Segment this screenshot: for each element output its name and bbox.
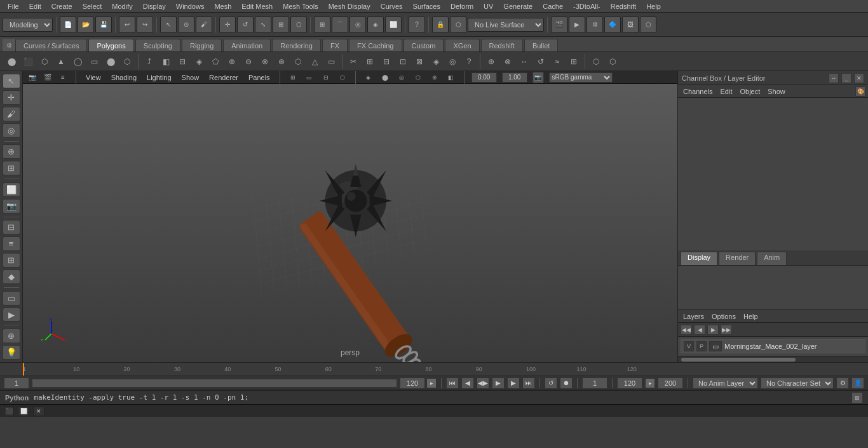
cylinder-icon-btn[interactable]: ⬡ xyxy=(37,54,52,69)
undo-btn[interactable]: ↩ xyxy=(119,17,135,33)
insert-loop-btn[interactable]: ⊟ xyxy=(379,54,394,69)
lights-icon-btn[interactable]: 💡 xyxy=(3,345,20,360)
multi-cut-btn[interactable]: ✂ xyxy=(346,54,361,69)
soft-mod-btn[interactable]: ⬡ xyxy=(290,17,307,33)
menu-deform[interactable]: Deform xyxy=(445,0,478,12)
fps-end-lock[interactable]: ▸ xyxy=(645,378,655,388)
snap-grid-btn[interactable]: ⊞ xyxy=(314,17,330,33)
cb-menu-object[interactable]: Object xyxy=(737,88,763,95)
menu-display[interactable]: Display xyxy=(138,0,171,12)
cb-menu-edit[interactable]: Edit xyxy=(717,88,735,95)
move-btn[interactable]: ✛ xyxy=(219,17,236,33)
tab-fx[interactable]: FX xyxy=(322,39,348,51)
next-frame-btn[interactable]: ▶ xyxy=(507,377,520,389)
cb-menu-channels[interactable]: Channels xyxy=(681,88,715,95)
menu-curves[interactable]: Curves xyxy=(376,0,408,12)
char-set-dropdown[interactable]: No Character Set xyxy=(761,377,834,389)
bevel-btn[interactable]: ◧ xyxy=(158,54,173,69)
menu-help[interactable]: Help xyxy=(641,0,666,12)
layer-p-btn[interactable]: P xyxy=(696,341,707,351)
tab-rendering[interactable]: Rendering xyxy=(272,39,321,51)
panel-header-btn-2[interactable]: _ xyxy=(841,73,851,83)
playback-settings-btn[interactable]: ⚙ xyxy=(836,377,849,389)
cb-tab-display[interactable]: Display xyxy=(681,252,717,265)
plane-icon-btn[interactable]: ▭ xyxy=(86,54,102,69)
ipr-btn[interactable]: ▶ xyxy=(569,17,585,33)
question-icon-btn[interactable]: ? xyxy=(461,54,477,69)
skip-to-end-btn[interactable]: ⏭ xyxy=(522,377,535,389)
cam-tools-btn[interactable]: 📷 xyxy=(3,199,20,214)
play-back-btn[interactable]: ◀▶ xyxy=(477,377,489,389)
universal-manip-btn[interactable]: ⊞ xyxy=(273,17,289,33)
lock-btn[interactable]: 🔒 xyxy=(432,17,449,33)
vp-tool-1[interactable]: ⊞ xyxy=(287,72,299,83)
merge-btn[interactable]: ⊕ xyxy=(484,54,499,69)
connect-btn[interactable]: ⊞ xyxy=(362,54,377,69)
offset-loop-btn[interactable]: ⊡ xyxy=(395,54,410,69)
vp-menu-renderer[interactable]: Renderer xyxy=(207,74,241,81)
vp-menu-view[interactable]: View xyxy=(83,74,104,81)
bool-union-btn[interactable]: ⊕ xyxy=(224,54,240,69)
menu-redshift[interactable]: Redshift xyxy=(606,0,641,12)
layer-scrollbar-thumb[interactable] xyxy=(681,358,796,362)
fill-hole-btn[interactable]: ◈ xyxy=(191,54,207,69)
quadrangulate-btn[interactable]: ▭ xyxy=(323,54,339,69)
menu-cache[interactable]: Cache xyxy=(538,0,568,12)
snap-point-btn[interactable]: ◎ xyxy=(349,17,366,33)
render-region-btn[interactable]: ▭ xyxy=(3,291,20,306)
vp-cam-btn[interactable]: 📷 xyxy=(27,72,38,83)
tab-bullet[interactable]: Bullet xyxy=(524,39,559,51)
max-end-input[interactable] xyxy=(658,377,683,389)
retopo-btn[interactable]: ⬡ xyxy=(605,54,620,69)
menu-edit[interactable]: Edit xyxy=(24,0,46,12)
layer-row[interactable]: V P ▭ Morningstar_Mace_002_layer xyxy=(681,339,865,353)
collapse-btn[interactable]: ⊗ xyxy=(500,54,515,69)
rotate-btn[interactable]: ↺ xyxy=(237,17,254,33)
cube-icon-btn[interactable]: ⬛ xyxy=(20,54,36,69)
vp-cam-icon[interactable]: 📷 xyxy=(532,72,544,83)
vp-rotate-input[interactable] xyxy=(502,72,527,83)
cleanup-btn[interactable]: ⊞ xyxy=(566,54,581,69)
menu-modify[interactable]: Modify xyxy=(107,0,137,12)
viewport-canvas[interactable]: persp X Y Z xyxy=(23,84,677,362)
cb-color-btn[interactable]: 🎨 xyxy=(855,86,865,97)
range-bar[interactable] xyxy=(32,379,397,388)
start-frame-input[interactable] xyxy=(4,377,29,389)
vp-shading-5[interactable]: ⊕ xyxy=(429,72,440,83)
select-tool-btn[interactable]: ↖ xyxy=(160,17,177,33)
prev-frame-btn[interactable]: ◀ xyxy=(461,377,474,389)
layer-add-btn[interactable]: ◀◀ xyxy=(681,325,692,335)
vp-translate-input[interactable] xyxy=(471,72,497,83)
cb-menu-show[interactable]: Show xyxy=(765,88,788,95)
python-settings-btn[interactable]: ⊞ xyxy=(851,392,863,404)
vp-shading-4[interactable]: ⬡ xyxy=(412,72,424,83)
vp-menu-show[interactable]: Show xyxy=(179,74,202,81)
render-ext-btn[interactable]: ⬡ xyxy=(640,17,656,33)
viewport[interactable]: 📷 🎬 ≡ View Shading Lighting Show Rendere… xyxy=(23,71,677,362)
tab-polygons[interactable]: Polygons xyxy=(88,39,133,51)
menu-surfaces[interactable]: Surfaces xyxy=(408,0,445,12)
timeline[interactable]: 1 10 20 30 40 50 60 70 80 90 100 110 120 xyxy=(0,362,868,376)
slide-edge-btn[interactable]: ⊠ xyxy=(412,54,427,69)
vp-shading-6[interactable]: ◧ xyxy=(445,72,457,83)
menu-mesh-display[interactable]: Mesh Display xyxy=(323,0,376,12)
vp-tool-3[interactable]: ⊟ xyxy=(320,72,332,83)
tab-redshift[interactable]: Redshift xyxy=(481,39,523,51)
menu-mesh-tools[interactable]: Mesh Tools xyxy=(278,0,323,12)
menu-windows[interactable]: Windows xyxy=(171,0,210,12)
layer-prev-btn[interactable]: ◀ xyxy=(694,325,705,335)
vp-menu-shading[interactable]: Shading xyxy=(109,74,139,81)
le-menu-layers[interactable]: Layers xyxy=(681,313,707,320)
menu-select[interactable]: Select xyxy=(78,0,107,12)
average-btn[interactable]: ≈ xyxy=(550,54,565,69)
menu-3dtall[interactable]: -3DtoAll- xyxy=(568,0,606,12)
panel-header-btn-1[interactable]: ↔ xyxy=(829,73,839,83)
vp-colorspace-dropdown[interactable]: sRGB gamma xyxy=(549,72,613,83)
vp-shading-1[interactable]: ◈ xyxy=(363,72,374,83)
skip-to-start-btn[interactable]: ⏮ xyxy=(446,377,459,389)
render-btn[interactable]: 🎬 xyxy=(551,17,567,33)
disk-icon-btn[interactable]: ⬤ xyxy=(103,54,118,69)
layer-scrollbar[interactable] xyxy=(678,356,868,362)
layer-next-btn[interactable]: ▶ xyxy=(707,325,719,335)
select-mode-btn[interactable]: ↖ xyxy=(3,74,20,88)
